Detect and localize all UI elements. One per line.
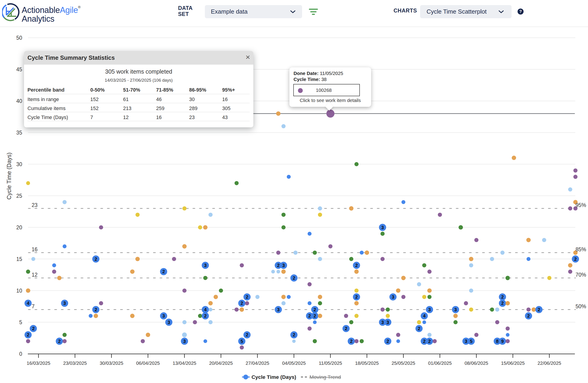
svg-text:70%: 70% <box>576 272 586 278</box>
svg-text:4: 4 <box>423 313 426 318</box>
svg-text:23: 23 <box>32 202 38 208</box>
svg-text:16: 16 <box>32 247 38 252</box>
svg-text:2: 2 <box>574 257 577 262</box>
svg-text:2: 2 <box>308 313 311 318</box>
svg-text:20/04/2025: 20/04/2025 <box>209 360 233 366</box>
svg-text:10: 10 <box>16 288 22 294</box>
svg-text:16/03/2025: 16/03/2025 <box>27 360 50 366</box>
svg-text:40: 40 <box>16 98 22 104</box>
svg-text:2: 2 <box>386 339 389 344</box>
svg-text:25/05/2025: 25/05/2025 <box>391 360 415 366</box>
svg-text:3: 3 <box>381 225 384 230</box>
svg-text:3: 3 <box>63 301 66 306</box>
svg-text:2: 2 <box>428 339 431 344</box>
svg-text:35: 35 <box>16 130 22 136</box>
svg-text:15: 15 <box>16 256 22 262</box>
svg-text:04/05/2025: 04/05/2025 <box>282 360 306 366</box>
svg-text:11/05/2025: 11/05/2025 <box>319 360 342 366</box>
svg-text:3: 3 <box>392 294 394 300</box>
svg-text:5: 5 <box>240 339 243 344</box>
svg-text:2: 2 <box>501 294 504 300</box>
svg-text:2: 2 <box>345 326 347 331</box>
svg-text:2: 2 <box>58 339 61 344</box>
svg-text:2: 2 <box>314 307 316 312</box>
svg-text:2: 2 <box>538 307 540 312</box>
svg-text:2: 2 <box>246 294 248 300</box>
svg-text:06/04/2025: 06/04/2025 <box>136 360 160 366</box>
svg-text:3: 3 <box>465 339 467 344</box>
svg-text:2: 2 <box>246 332 248 337</box>
svg-text:2: 2 <box>204 313 207 318</box>
svg-text:2: 2 <box>314 313 316 318</box>
svg-text:2: 2 <box>240 301 243 306</box>
svg-text:2: 2 <box>27 332 29 337</box>
svg-text:2: 2 <box>350 339 353 344</box>
svg-text:3: 3 <box>454 307 457 312</box>
svg-text:5: 5 <box>19 319 22 325</box>
svg-text:3: 3 <box>428 307 431 312</box>
svg-text:2: 2 <box>418 326 420 331</box>
svg-text:3: 3 <box>204 263 207 268</box>
svg-text:22/06/2025: 22/06/2025 <box>537 360 561 366</box>
svg-text:0: 0 <box>19 351 22 357</box>
svg-text:50: 50 <box>16 35 22 41</box>
svg-text:18/05/2025: 18/05/2025 <box>355 360 379 366</box>
svg-text:13/04/2025: 13/04/2025 <box>172 360 196 366</box>
svg-text:85%: 85% <box>576 247 586 252</box>
svg-text:2: 2 <box>293 332 295 337</box>
svg-text:20: 20 <box>16 225 22 230</box>
svg-text:5: 5 <box>470 339 473 344</box>
svg-text:3: 3 <box>168 320 170 325</box>
svg-text:50%: 50% <box>576 303 586 309</box>
svg-text:01/06/2025: 01/06/2025 <box>428 360 452 366</box>
svg-text:2: 2 <box>527 313 530 318</box>
svg-text:Cycle Time (Days): Cycle Time (Days) <box>6 153 12 200</box>
svg-text:8: 8 <box>496 339 498 344</box>
svg-text:3: 3 <box>162 313 165 318</box>
svg-text:2: 2 <box>162 269 165 274</box>
svg-text:2: 2 <box>32 326 35 331</box>
svg-text:27/04/2025: 27/04/2025 <box>246 360 269 366</box>
svg-text:45: 45 <box>16 66 22 73</box>
svg-text:12: 12 <box>32 272 38 278</box>
svg-text:2: 2 <box>293 275 295 281</box>
svg-text:30: 30 <box>16 161 22 167</box>
svg-text:15/06/2025: 15/06/2025 <box>501 360 525 366</box>
svg-text:08/06/2025: 08/06/2025 <box>464 360 488 366</box>
svg-text:3: 3 <box>277 307 279 312</box>
svg-text:Cycle Time (Days): Cycle Time (Days) <box>252 374 296 380</box>
svg-text:3: 3 <box>282 263 285 268</box>
svg-text:2: 2 <box>355 263 358 268</box>
svg-text:3: 3 <box>183 339 186 344</box>
svg-text:2: 2 <box>94 257 97 262</box>
svg-text:2: 2 <box>94 307 97 312</box>
svg-text:7: 7 <box>32 303 35 309</box>
svg-text:3: 3 <box>386 320 389 325</box>
svg-text:4: 4 <box>27 301 30 306</box>
svg-text:9: 9 <box>501 339 504 344</box>
svg-text:2: 2 <box>355 294 358 300</box>
svg-text:2: 2 <box>501 301 504 306</box>
svg-text:2: 2 <box>277 263 279 268</box>
svg-text:23/03/2025: 23/03/2025 <box>63 360 87 366</box>
svg-text:2: 2 <box>423 339 425 344</box>
svg-text:4: 4 <box>204 307 207 312</box>
svg-text:25: 25 <box>16 193 22 199</box>
svg-text:Moving Trend: Moving Trend <box>310 374 341 380</box>
svg-text:3: 3 <box>381 320 384 325</box>
svg-text:30/03/2025: 30/03/2025 <box>100 360 123 366</box>
svg-text:95%: 95% <box>576 202 586 208</box>
